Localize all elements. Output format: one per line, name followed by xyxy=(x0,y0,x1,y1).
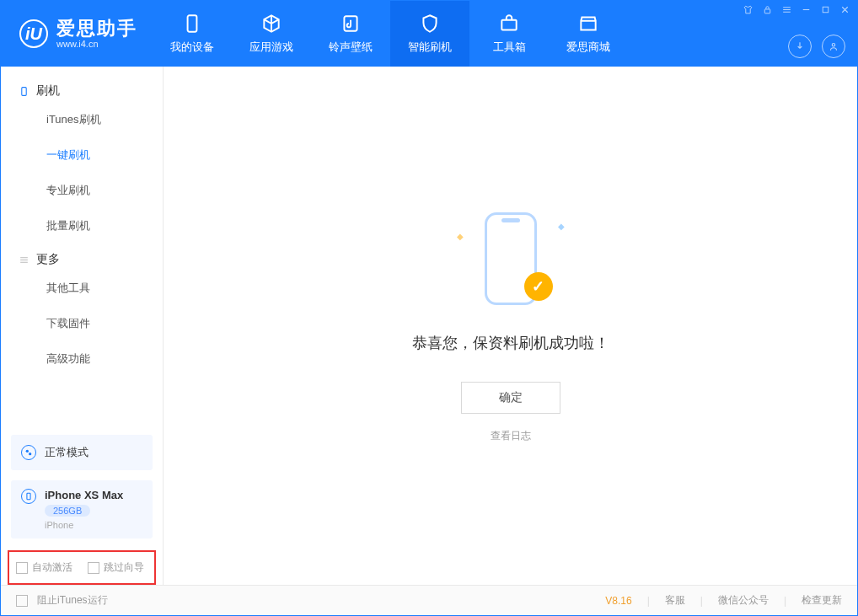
device-card[interactable]: iPhone XS Max 256GB iPhone xyxy=(11,480,153,538)
phone-icon xyxy=(18,85,29,97)
shield-icon xyxy=(419,13,441,35)
close-button[interactable] xyxy=(839,4,850,15)
svg-rect-6 xyxy=(21,87,25,95)
logo-icon: iU xyxy=(19,19,48,48)
list-icon xyxy=(18,254,29,265)
svg-point-5 xyxy=(832,44,835,47)
sidebar-item-download-fw[interactable]: 下载固件 xyxy=(1,306,163,341)
sidebar-item-one-click-flash[interactable]: 一键刷机 xyxy=(1,137,163,173)
user-button[interactable] xyxy=(822,35,845,58)
music-icon xyxy=(340,13,362,35)
device-name: iPhone XS Max xyxy=(45,489,123,501)
main-content: ◆ ◆ ✓ 恭喜您，保资料刷机成功啦！ 确定 查看日志 xyxy=(164,67,857,585)
sidebar: 刷机 iTunes刷机 一键刷机 专业刷机 批量刷机 更多 其他工具 下载固件 … xyxy=(1,67,164,585)
success-illustration: ◆ ◆ ✓ xyxy=(460,208,561,309)
device-type: iPhone xyxy=(45,520,123,530)
svg-rect-9 xyxy=(27,493,30,500)
success-message: 恭喜您，保资料刷机成功啦！ xyxy=(412,333,609,353)
checkbox-icon xyxy=(88,562,99,574)
checkbox-icon xyxy=(16,595,28,607)
checkbox-skip-guide[interactable]: 跳过向导 xyxy=(88,560,144,575)
app-subtitle: www.i4.cn xyxy=(56,39,137,49)
svg-point-7 xyxy=(26,450,29,453)
tab-apps[interactable]: 应用游戏 xyxy=(232,1,311,67)
svg-rect-2 xyxy=(501,20,516,30)
checkbox-auto-activate[interactable]: 自动激活 xyxy=(16,560,72,575)
cube-icon xyxy=(260,13,282,35)
shirt-icon[interactable] xyxy=(743,4,753,15)
svg-rect-3 xyxy=(764,9,770,13)
titlebar: iU 爱思助手 www.i4.cn 我的设备 应用游戏 铃声壁纸 智能刷机 xyxy=(1,1,857,67)
tab-smart-flash[interactable]: 智能刷机 xyxy=(390,1,469,67)
ok-button[interactable]: 确定 xyxy=(461,382,560,414)
lock-icon[interactable] xyxy=(762,4,773,15)
tab-ringtones[interactable]: 铃声壁纸 xyxy=(311,1,390,67)
sidebar-item-other-tools[interactable]: 其他工具 xyxy=(1,271,163,306)
checkbox-icon xyxy=(16,562,28,574)
wechat-link[interactable]: 微信公众号 xyxy=(718,593,769,608)
svg-rect-0 xyxy=(188,15,197,32)
maximize-button[interactable] xyxy=(820,4,831,15)
svg-rect-4 xyxy=(823,7,829,13)
tab-my-device[interactable]: 我的设备 xyxy=(153,1,232,67)
sidebar-item-pro-flash[interactable]: 专业刷机 xyxy=(1,173,163,208)
sidebar-item-advanced[interactable]: 高级功能 xyxy=(1,341,163,377)
window-controls-top xyxy=(743,4,850,15)
statusbar: 阻止iTunes运行 V8.16 | 客服 | 微信公众号 | 检查更新 xyxy=(1,585,857,615)
device-capacity: 256GB xyxy=(45,505,90,517)
options-highlight-box: 自动激活 跳过向导 xyxy=(8,550,156,585)
toolbox-icon xyxy=(498,13,520,35)
sparkle-icon: ◆ xyxy=(558,222,565,231)
sidebar-item-batch-flash[interactable]: 批量刷机 xyxy=(1,208,163,244)
tab-toolbox[interactable]: 工具箱 xyxy=(469,1,549,67)
sidebar-item-itunes-flash[interactable]: iTunes刷机 xyxy=(1,102,163,137)
download-button[interactable] xyxy=(788,35,812,58)
check-badge-icon: ✓ xyxy=(524,272,553,301)
minimize-button[interactable] xyxy=(801,4,812,15)
menu-icon[interactable] xyxy=(781,4,792,15)
support-link[interactable]: 客服 xyxy=(665,593,685,608)
device-icon xyxy=(21,489,36,504)
sparkle-icon: ◆ xyxy=(457,232,464,241)
titlebar-actions xyxy=(788,35,845,58)
check-update-link[interactable]: 检查更新 xyxy=(802,593,842,608)
view-log-link[interactable]: 查看日志 xyxy=(491,429,531,443)
app-window: iU 爱思助手 www.i4.cn 我的设备 应用游戏 铃声壁纸 智能刷机 xyxy=(0,0,858,616)
mode-icon xyxy=(21,445,36,460)
mode-card[interactable]: 正常模式 xyxy=(11,435,153,470)
body: 刷机 iTunes刷机 一键刷机 专业刷机 批量刷机 更多 其他工具 下载固件 … xyxy=(1,67,857,585)
device-icon xyxy=(181,13,203,35)
logo-area: iU 爱思助手 www.i4.cn xyxy=(1,1,153,67)
tab-store[interactable]: 爱思商城 xyxy=(549,1,628,67)
svg-point-8 xyxy=(29,453,31,455)
app-title: 爱思助手 xyxy=(56,19,137,39)
checkbox-block-itunes[interactable]: 阻止iTunes运行 xyxy=(16,593,108,608)
sidebar-group-flash: 刷机 xyxy=(1,75,163,102)
mode-label: 正常模式 xyxy=(45,445,88,460)
store-icon xyxy=(577,13,599,35)
sidebar-group-more: 更多 xyxy=(1,244,163,271)
version-label: V8.16 xyxy=(605,595,631,607)
